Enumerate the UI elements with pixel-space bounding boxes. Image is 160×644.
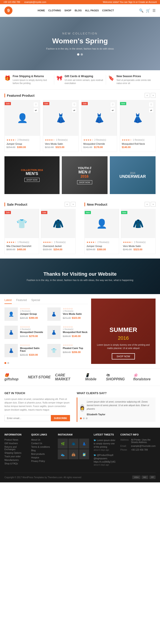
insta-img-5[interactable]: 👜 [68,449,78,459]
testimonial-dot-1[interactable] [80,418,82,419]
sale-section-header: Sale Product ‹ › [0,198,80,209]
nav-blog[interactable]: BLOG [75,9,82,12]
new-price-old-1: $294.00 [86,248,95,251]
brand-shopping[interactable]: 🛍 SHOPPING [106,373,129,381]
summer-shop-btn[interactable]: SHOP NOW [112,353,135,360]
footer-info-item-5[interactable]: Track your order [4,455,27,458]
tweet-text-1: Lorem ipsum dolor te simply dummy one of… [94,439,115,448]
nav-clothing[interactable]: CLOTHING [48,9,61,12]
brands-section: 🎁 giftshop NEXT·STORE CARE MARKET 📱 Mobi… [0,368,160,386]
wishlist-btn-1[interactable]: ♡ [33,102,38,107]
insta-img-4[interactable]: 👟 [58,449,68,459]
footer-quick-item-2[interactable]: Contact Us [31,442,53,444]
hero-dot-2[interactable] [81,53,83,56]
footer-info-title: Information [4,433,27,436]
cart-icon[interactable]: 🛒 [146,8,150,13]
sale-next[interactable]: › [71,202,76,207]
brand-nextstore[interactable]: NEXT·STORE [28,375,51,379]
nav-all-pages[interactable]: ALL PAGES [85,9,99,12]
footer-quick-item-6[interactable]: Hospice [31,456,53,459]
blog-tab-special[interactable]: Special [31,298,40,304]
testimonial-dot-3[interactable] [86,418,88,419]
email-input[interactable] [4,415,51,421]
brand-giftshop[interactable]: 🎁 giftshop [4,373,24,381]
blog-review-3: 2 Review(s) [20,328,45,330]
wishlist-btn-4[interactable]: ♡ [149,102,154,107]
logo[interactable]: 9 [4,6,12,14]
footer-quick-item-4[interactable]: Blog [31,449,53,452]
brand-floralstore[interactable]: 🌸 floralstore [133,373,156,381]
nav-home[interactable]: HOME [38,9,45,12]
wishlist-btn-2[interactable]: ♡ [72,102,77,107]
sale-product-2[interactable]: 🧥 Sale ★★★★☆ 1 Review(s) Oversized Jacke… [41,209,76,254]
subscribe-button[interactable]: SUBSCRIBE [51,415,70,421]
featured-next[interactable]: › [151,93,156,98]
insta-img-1[interactable]: 🌿 [58,438,68,448]
featured-product-4[interactable]: 👗 New ♡ ⇄ ★★★★☆ 1 Review(s) Mosquided Ro… [120,100,156,152]
banner-youth-shop[interactable]: SHOP NOW [77,180,92,184]
menu-icon[interactable]: ☰ [152,8,156,13]
footer-info-item-1[interactable]: Product News [4,438,27,441]
new-prev[interactable]: ‹ [145,202,150,207]
nav-shop[interactable]: SHOP [64,9,71,12]
sale-section: Sale Product ‹ › 👕 Sale ★★★★☆ 1 Review(s… [0,198,80,258]
banner-men-title: MEN // [77,170,92,174]
banner-mens-shop[interactable]: SHOP NOW [24,178,40,182]
hero-desc: Fashion is in the sky, in the street, fa… [46,47,114,50]
nav-contact[interactable]: CONTACT [102,9,114,12]
sale-prev[interactable]: ‹ [65,202,70,207]
banner-youth[interactable]: YOUTH // MEN // 2016 SHOP NOW [62,156,108,194]
blog-img-2: 👗 [47,308,61,321]
product-actions-3: ♡ ⇄ [110,102,115,113]
blog-dot-2[interactable] [7,362,9,364]
footer-quick-item-1[interactable]: About Us [31,438,53,441]
product-name-2: Vero Moda Satin [45,142,77,145]
blog-new-6: $206.00 [72,351,81,354]
footer-info-item-6[interactable]: Manufacturers [4,459,27,461]
insta-img-2[interactable]: 🧥 [68,438,78,448]
hero-dot-1[interactable] [77,53,79,56]
testimonial-avatar: 👩 [80,404,84,412]
welcome-text: Welcome visitor! You can Sign In or Crea… [103,1,157,3]
footer-quick-item-7[interactable]: Privacy Policy [31,460,53,462]
new-product-2[interactable]: 🧥 New ★★★★☆ 1 Review(s) Vero Moda Satin … [121,209,156,254]
new-next[interactable]: › [151,202,156,207]
compare-btn-2[interactable]: ⇄ [72,108,77,113]
featured-product-3[interactable]: 👗 Sale ♡ ⇄ ★★★★☆ 2 Review(s) Mosquided C… [81,100,117,152]
brand-mobile[interactable]: 📱 Mobile [85,373,102,381]
insta-img-6[interactable]: 🎽 [79,449,89,459]
product-badge-3: Sale [82,102,88,105]
featured-product-2[interactable]: 👗 Sale ♡ ⇄ ★★★★☆ 1 Review(s) Vero Moda S… [43,100,79,152]
insta-img-3[interactable]: 👗 [79,438,89,448]
blog-old-5: $200.00 [20,354,28,356]
footer-info-item-7[interactable]: Shop & FAQs [4,462,27,465]
featured-product-1[interactable]: 👤 Sale ♡ ⇄ ★★★★☆ 2 Review(s) Jumper Grou… [4,100,40,152]
new-product-1[interactable]: 👤 New ★★★★☆ 2 Review(s) Jumper Group $29… [84,209,119,254]
testimonial-dot-2[interactable] [83,418,85,419]
tweet-time-1: about 6 days ago [94,448,116,452]
new-image-1: 👤 New [85,209,119,238]
compare-btn-1[interactable]: ⇄ [33,108,38,113]
wishlist-btn-3[interactable]: ♡ [110,102,115,107]
footer-info-item-2[interactable]: Gift Vouchers [4,442,27,444]
featured-prev[interactable]: ‹ [145,93,150,98]
banner-mens[interactable]: Collection 2016 MEN'S SHOP NOW [4,156,60,194]
footer-quick-item-3[interactable]: Terms & conditions [31,446,53,448]
compare-btn-3[interactable]: ⇄ [110,108,115,113]
brand-caremarket[interactable]: CARE MARKET [55,373,81,381]
blog-new-5: $320.00 [29,354,38,356]
phone-link[interactable]: +00 123 456 789 [3,1,20,3]
blog-tab-featured[interactable]: Featured [16,298,27,304]
footer-quick-item-5[interactable]: Best products [31,453,53,455]
sale-product-1[interactable]: 👕 Sale ★★★★☆ 1 Review(s) Mia Checked Ove… [4,209,39,254]
product-name-3: Mosquided Chemile [83,142,115,145]
blog-dot-1[interactable] [4,362,6,364]
search-icon[interactable]: 🔍 [139,8,144,13]
banner-underwear[interactable]: 2016 UNDERWEAR [110,156,156,194]
footer-info-item-3[interactable]: Returns and Exchanges [4,446,27,450]
blog-tab-latest[interactable]: Latest [4,298,12,304]
compare-btn-4[interactable]: ⇄ [149,108,154,113]
footer-info-item-4[interactable]: Shipping Options [4,452,27,454]
product-price-1: $254.00 $380.00 [6,146,38,148]
email-link[interactable]: example@mysite.com [24,1,46,3]
